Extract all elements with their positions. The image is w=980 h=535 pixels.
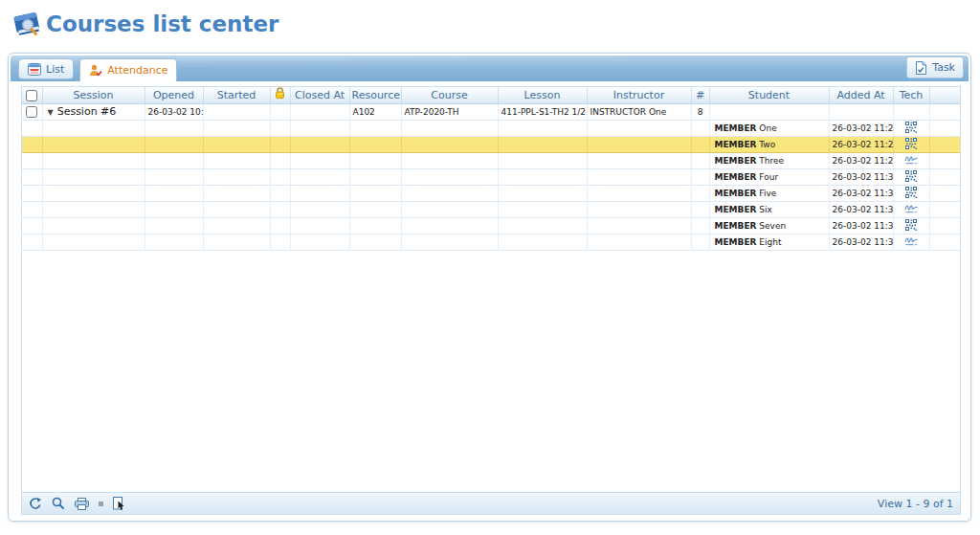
cell-student: MEMBER Five <box>709 185 829 201</box>
column-header-session[interactable]: Session <box>42 87 145 103</box>
cell-count <box>691 185 709 201</box>
cell-actions <box>929 185 960 201</box>
cell-tech <box>893 152 929 168</box>
row-checkbox[interactable] <box>26 106 37 118</box>
cell-select <box>22 185 42 201</box>
cell-lock <box>270 152 290 168</box>
cell-added_at: 26-03-02 11:32 <box>829 217 893 234</box>
cell-course: ATP-2020-TH <box>401 103 498 120</box>
member-row[interactable]: MEMBER Five26-03-02 11:30 <box>22 185 960 201</box>
column-header-actions[interactable] <box>929 87 960 103</box>
cell-session <box>42 185 145 201</box>
column-header-lock[interactable] <box>270 87 290 103</box>
cell-lock <box>270 103 290 120</box>
student-family: MEMBER <box>715 123 757 133</box>
search-icon[interactable] <box>52 497 65 510</box>
student-given: Three <box>757 156 785 166</box>
session-row[interactable]: ▼Session #626-03-02 10:58A102ATP-2020-TH… <box>22 103 960 120</box>
cell-started <box>203 234 270 250</box>
column-header-lesson[interactable]: Lesson <box>498 87 587 103</box>
cell-actions <box>929 136 960 152</box>
column-header-started[interactable]: Started <box>203 87 270 103</box>
cell-student: MEMBER Three <box>709 152 829 168</box>
cell-tech <box>893 185 929 201</box>
cell-instructor: INSTRUCTOR One <box>587 103 691 120</box>
signature-icon[interactable] <box>904 154 919 166</box>
cell-closed_at <box>290 234 349 250</box>
tab-attendance[interactable]: Attendance <box>79 58 177 81</box>
cell-student: MEMBER Two <box>709 136 829 152</box>
collapse-icon[interactable]: ▼ <box>48 108 54 117</box>
column-header-select[interactable] <box>22 87 42 103</box>
task-button[interactable]: Task <box>906 56 964 78</box>
cell-lesson <box>498 136 587 152</box>
qr-code-icon[interactable] <box>905 122 917 133</box>
qr-code-icon[interactable] <box>905 138 917 149</box>
signature-icon[interactable] <box>904 203 919 214</box>
cell-count: 8 <box>691 103 709 120</box>
select-columns-icon[interactable] <box>113 497 125 510</box>
member-row[interactable]: MEMBER Eight26-03-02 11:35 <box>22 234 960 250</box>
column-header-resource[interactable]: Resource <box>349 87 401 103</box>
cell-lesson <box>498 234 587 250</box>
pager-view-text: View 1 - 9 of 1 <box>878 498 953 510</box>
member-row[interactable]: MEMBER Seven26-03-02 11:32 <box>22 217 960 234</box>
cell-count <box>691 217 709 234</box>
lock-icon <box>275 90 285 102</box>
cell-session <box>42 201 145 217</box>
cell-session <box>42 120 145 136</box>
cell-instructor <box>587 136 691 152</box>
qr-code-icon[interactable] <box>905 219 917 231</box>
attendance-table: SessionOpenedStartedClosed AtResourceCou… <box>22 87 960 251</box>
cell-student <box>709 103 829 120</box>
cell-started <box>203 103 270 120</box>
member-row[interactable]: MEMBER Six26-03-02 11:32 <box>22 201 960 217</box>
student-given: Six <box>757 205 772 214</box>
cell-select <box>22 120 42 136</box>
cell-select <box>22 103 42 120</box>
signature-icon[interactable] <box>904 235 919 247</box>
session-label: Session #6 <box>57 105 117 118</box>
cell-added_at: 26-03-02 11:30 <box>829 168 893 185</box>
refresh-icon[interactable] <box>29 497 42 510</box>
print-icon[interactable] <box>75 498 89 510</box>
cell-lock <box>270 168 290 185</box>
cell-session <box>42 168 145 185</box>
member-row[interactable]: MEMBER Four26-03-02 11:30 <box>22 168 960 185</box>
cell-lock <box>270 201 290 217</box>
cell-course <box>401 136 498 152</box>
column-header-count[interactable]: # <box>691 87 709 103</box>
member-row[interactable]: MEMBER Two26-03-02 11:20 <box>22 136 960 152</box>
tab-list-label: List <box>46 63 64 76</box>
pager-toolbar <box>29 497 125 510</box>
cell-resource <box>349 168 401 185</box>
cell-actions <box>929 103 960 120</box>
cell-lesson <box>498 201 587 217</box>
cell-added_at: 26-03-02 11:30 <box>829 185 893 201</box>
student-family: MEMBER <box>715 140 757 149</box>
cell-count <box>691 152 709 168</box>
column-header-closed_at[interactable]: Closed At <box>290 87 349 103</box>
separator-square-icon <box>99 502 103 506</box>
cell-actions <box>929 234 960 250</box>
select-all-checkbox[interactable] <box>26 90 37 101</box>
qr-code-icon[interactable] <box>905 170 917 182</box>
cell-closed_at <box>290 185 349 201</box>
tab-list[interactable]: List <box>18 58 74 79</box>
column-header-course[interactable]: Course <box>401 87 498 103</box>
qr-code-icon[interactable] <box>905 187 917 198</box>
column-header-opened[interactable]: Opened <box>145 87 203 103</box>
cell-lesson <box>498 168 587 185</box>
cell-started <box>203 217 270 234</box>
column-header-instructor[interactable]: Instructor <box>587 87 691 103</box>
member-row[interactable]: MEMBER One26-03-02 11:20 <box>22 120 960 136</box>
column-header-student[interactable]: Student <box>709 87 829 103</box>
cell-lock <box>270 217 290 234</box>
column-header-added_at[interactable]: Added At <box>829 87 893 103</box>
cell-count <box>691 120 709 136</box>
cell-course <box>401 152 498 168</box>
member-row[interactable]: MEMBER Three26-03-02 11:22 <box>22 152 960 168</box>
cell-started <box>203 152 270 168</box>
student-family: MEMBER <box>715 172 757 182</box>
column-header-tech[interactable]: Tech <box>893 87 929 103</box>
